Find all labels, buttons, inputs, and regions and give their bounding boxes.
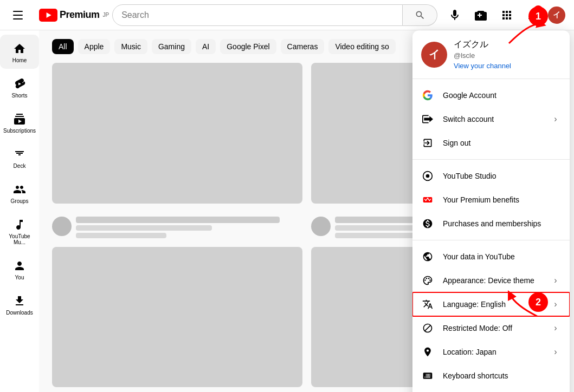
video-card[interactable] (52, 63, 302, 208)
video-thumbnail (52, 63, 302, 204)
apps-icon (500, 9, 513, 22)
menu-section-preferences: Your data in YouTube Appearance: Device … (412, 240, 570, 392)
menu-item-youtube-studio[interactable]: YouTube Studio (412, 164, 570, 188)
sidebar-item-label-groups: Groups (11, 198, 29, 204)
chip-apple[interactable]: Apple (78, 39, 111, 54)
menu-item-your-data[interactable]: Your data in YouTube (412, 245, 570, 269)
svg-point-9 (426, 278, 428, 279)
hamburger-button[interactable] (9, 4, 30, 26)
header-left: Premium JP (9, 4, 109, 26)
upload-icon (474, 9, 487, 22)
chip-gaming[interactable]: Gaming (152, 39, 191, 54)
apps-button[interactable] (496, 4, 518, 26)
menu-item-restricted-mode[interactable]: Restricted Mode: Off › (412, 316, 570, 340)
menu-item-language[interactable]: Language: English › (412, 292, 570, 316)
user-avatar: イ (421, 42, 447, 68)
music-icon (13, 218, 26, 231)
you-icon (13, 259, 26, 272)
chevron-right-icon: › (550, 347, 561, 357)
search-button[interactable] (403, 4, 437, 26)
menu-label-youtube-studio: YouTube Studio (443, 172, 561, 180)
language-icon (421, 298, 434, 311)
chip-ai[interactable]: AI (196, 39, 216, 54)
chip-music[interactable]: Music (114, 39, 147, 54)
user-avatar-button[interactable]: イ (548, 6, 565, 24)
menu-label-your-data: Your data in YouTube (443, 252, 561, 261)
video-subtitle (76, 225, 212, 231)
microphone-button[interactable] (444, 4, 466, 26)
menu-item-google-account[interactable]: Google Account (412, 83, 570, 107)
deck-icon (13, 148, 26, 161)
menu-item-location[interactable]: Location: Japan › (412, 340, 570, 364)
chip-cameras[interactable]: Cameras (281, 39, 325, 54)
chip-all[interactable]: All (52, 39, 74, 54)
user-info: イズクル @lscle View your channel (454, 39, 561, 70)
user-dropdown-menu: イ イズクル @lscle View your channel Google A… (412, 30, 570, 392)
logo-text: Premium (60, 9, 100, 21)
home-icon (13, 42, 26, 55)
sidebar-item-shorts[interactable]: Shorts (0, 70, 39, 104)
search-input-wrap (112, 4, 403, 26)
menu-section-account: Google Account Switch account › Sign out (412, 79, 570, 160)
view-channel-link[interactable]: View your channel (454, 62, 561, 70)
svg-rect-2 (13, 18, 23, 19)
sidebar: Home Shorts Subscriptions Deck Groups Yo… (0, 30, 39, 392)
keyboard-icon (421, 369, 434, 382)
sidebar-item-groups[interactable]: Groups (0, 175, 39, 210)
notification-badge: 1 (534, 5, 543, 14)
menu-item-purchases[interactable]: Purchases and memberships (412, 212, 570, 236)
purchases-icon (421, 217, 434, 230)
video-subtitle2 (335, 233, 425, 238)
switch-account-icon (421, 113, 434, 126)
chip-google-pixel[interactable]: Google Pixel (220, 39, 276, 54)
sidebar-item-label-subscriptions: Subscriptions (3, 128, 36, 134)
video-subtitle2 (76, 233, 166, 238)
menu-item-appearance[interactable]: Appearance: Device theme › (412, 269, 570, 292)
menu-label-language: Language: English (443, 300, 541, 309)
sidebar-item-youtube-music[interactable]: YouTube Mu... (0, 211, 39, 251)
menu-item-switch-account[interactable]: Switch account › (412, 107, 570, 131)
svg-point-6 (426, 174, 430, 178)
hamburger-icon (13, 9, 26, 22)
sidebar-item-label-home: Home (12, 57, 27, 63)
chevron-right-icon: › (550, 323, 561, 334)
menu-label-location: Location: Japan (443, 348, 541, 356)
sign-out-icon (421, 136, 434, 149)
video-card[interactable] (52, 217, 302, 238)
subscriptions-icon (13, 113, 26, 126)
location-icon (421, 345, 434, 358)
menu-label-sign-out: Sign out (443, 139, 561, 147)
user-name: イズクル (454, 39, 561, 50)
restricted-icon (421, 322, 434, 335)
sidebar-item-downloads[interactable]: Downloads (0, 287, 39, 321)
logo[interactable]: Premium JP (39, 9, 109, 22)
appearance-icon (421, 274, 434, 287)
header-right: 1 イ (444, 4, 565, 26)
upload-button[interactable] (470, 4, 492, 26)
chevron-right-icon: › (550, 114, 561, 125)
sidebar-item-label-music: YouTube Mu... (2, 233, 37, 245)
notification-wrap: 1 (522, 4, 544, 26)
menu-label-restricted: Restricted Mode: Off (443, 324, 541, 332)
groups-icon (13, 183, 26, 196)
menu-item-sign-out[interactable]: Sign out (412, 131, 570, 155)
menu-item-premium-benefits[interactable]: Your Premium benefits (412, 188, 570, 212)
sidebar-item-subscriptions[interactable]: Subscriptions (0, 105, 39, 139)
sidebar-item-label-shorts: Shorts (12, 93, 28, 99)
sidebar-item-home[interactable]: Home (0, 35, 39, 69)
data-icon (421, 250, 434, 263)
search-input[interactable] (121, 10, 394, 20)
svg-point-11 (429, 279, 431, 281)
sidebar-item-deck[interactable]: Deck (0, 140, 39, 174)
chip-video-editing[interactable]: Video editing so (328, 39, 395, 54)
premium-superscript: JP (103, 12, 109, 18)
video-card[interactable] (52, 247, 302, 392)
chevron-right-icon: › (550, 275, 561, 286)
menu-label-google-account: Google Account (443, 91, 561, 100)
svg-rect-0 (13, 11, 23, 12)
video-title (76, 217, 280, 223)
menu-section-studio: YouTube Studio Your Premium benefits Pur… (412, 160, 570, 240)
menu-item-keyboard[interactable]: Keyboard shortcuts (412, 364, 570, 388)
sidebar-item-you[interactable]: You (0, 252, 39, 286)
sidebar-item-label-deck: Deck (14, 163, 26, 169)
